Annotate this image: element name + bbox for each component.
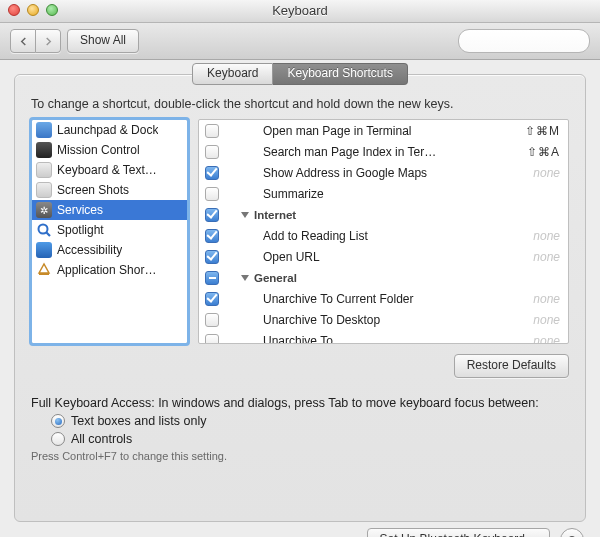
shortcut-group-row[interactable]: General (199, 267, 568, 288)
checkbox[interactable] (205, 292, 219, 306)
shortcut-key[interactable]: ⇧⌘A (516, 145, 560, 159)
category-list[interactable]: Launchpad & Dock Mission Control Keyboar… (31, 119, 188, 344)
accessibility-icon (36, 242, 52, 258)
tab-keyboard[interactable]: Keyboard (192, 63, 273, 85)
toolbar: Show All (0, 23, 600, 60)
category-launchpad[interactable]: Launchpad & Dock (32, 120, 187, 140)
svg-point-2 (39, 225, 48, 234)
category-label: Screen Shots (57, 183, 129, 197)
checkbox[interactable] (205, 208, 219, 222)
shortcut-key[interactable]: none (516, 250, 560, 264)
shortcut-row[interactable]: Search man Page Index in Ter…⇧⌘A (199, 141, 568, 162)
shortcut-group-row[interactable]: Internet (199, 204, 568, 225)
shortcut-row[interactable]: Show Address in Google Mapsnone (199, 162, 568, 183)
services-icon: ✲ (36, 202, 52, 218)
minimize-window-button[interactable] (27, 4, 39, 16)
keyboard-icon (36, 162, 52, 178)
checkbox[interactable] (205, 313, 219, 327)
shortcut-name: Summarize (263, 187, 560, 201)
shortcut-row[interactable]: Unarchive To Desktopnone (199, 309, 568, 330)
shortcut-name: Unarchive To Current Folder (263, 292, 508, 306)
shortcut-row[interactable]: Open URLnone (199, 246, 568, 267)
radio-label: All controls (71, 432, 132, 446)
radio-icon (51, 432, 65, 446)
disclosure-triangle-icon[interactable] (241, 212, 249, 218)
shortcut-name: Search man Page Index in Ter… (263, 145, 508, 159)
svg-line-3 (47, 233, 51, 237)
bluetooth-keyboard-button[interactable]: Set Up Bluetooth Keyboard… (367, 528, 550, 537)
shortcut-key[interactable]: none (516, 229, 560, 243)
radio-label: Text boxes and lists only (71, 414, 207, 428)
search-input[interactable] (469, 34, 600, 48)
close-window-button[interactable] (8, 4, 20, 16)
shortcut-key[interactable]: ⇧⌘M (516, 124, 560, 138)
keyboard-access-hint: Press Control+F7 to change this setting. (31, 450, 569, 462)
tab-bar: Keyboard Keyboard Shortcuts (15, 63, 585, 85)
spotlight-icon (36, 222, 52, 238)
checkbox[interactable] (205, 229, 219, 243)
category-label: Services (57, 203, 103, 217)
titlebar: Keyboard (0, 0, 600, 23)
shortcut-row[interactable]: Add to Reading Listnone (199, 225, 568, 246)
footer: Set Up Bluetooth Keyboard… ? (0, 522, 600, 537)
category-app-shortcuts[interactable]: Application Shor… (32, 260, 187, 280)
category-label: Application Shor… (57, 263, 156, 277)
category-label: Spotlight (57, 223, 104, 237)
launchpad-icon (36, 122, 52, 138)
category-services[interactable]: ✲ Services (32, 200, 187, 220)
shortcut-key[interactable]: none (516, 313, 560, 327)
back-button[interactable] (10, 29, 36, 53)
category-accessibility[interactable]: Accessibility (32, 240, 187, 260)
checkbox[interactable] (205, 124, 219, 138)
forward-button[interactable] (36, 29, 61, 53)
checkbox[interactable] (205, 166, 219, 180)
category-label: Launchpad & Dock (57, 123, 158, 137)
zoom-window-button[interactable] (46, 4, 58, 16)
category-label: Accessibility (57, 243, 122, 257)
shortcut-name: Unarchive To Desktop (263, 313, 508, 327)
checkbox[interactable] (205, 145, 219, 159)
shortcut-list[interactable]: Open man Page in Terminal⇧⌘MSearch man P… (198, 119, 569, 344)
category-label: Mission Control (57, 143, 140, 157)
checkbox[interactable] (205, 187, 219, 201)
category-label: Keyboard & Text… (57, 163, 157, 177)
shortcut-key[interactable]: none (516, 292, 560, 306)
window-controls (8, 4, 58, 16)
shortcut-name: Add to Reading List (263, 229, 508, 243)
mission-control-icon (36, 142, 52, 158)
shortcut-row[interactable]: Unarchive To Current Foldernone (199, 288, 568, 309)
full-keyboard-access-label: Full Keyboard Access: In windows and dia… (31, 396, 569, 410)
shortcut-row[interactable]: Summarize (199, 183, 568, 204)
search-field[interactable] (458, 29, 590, 53)
shortcut-row[interactable]: Open man Page in Terminal⇧⌘M (199, 120, 568, 141)
show-all-button[interactable]: Show All (67, 29, 139, 53)
radio-text-boxes[interactable]: Text boxes and lists only (51, 414, 569, 428)
restore-defaults-button[interactable]: Restore Defaults (454, 354, 569, 378)
shortcut-name: Open man Page in Terminal (263, 124, 508, 138)
radio-all-controls[interactable]: All controls (51, 432, 569, 446)
checkbox[interactable] (205, 250, 219, 264)
nav-segment (10, 29, 61, 53)
instruction-text: To change a shortcut, double-click the s… (31, 97, 569, 111)
disclosure-triangle-icon[interactable] (241, 275, 249, 281)
category-screenshots[interactable]: Screen Shots (32, 180, 187, 200)
help-button[interactable]: ? (560, 528, 584, 537)
category-mission-control[interactable]: Mission Control (32, 140, 187, 160)
app-shortcuts-icon (36, 262, 52, 278)
group-label: Internet (254, 209, 296, 221)
shortcut-name: Unarchive To… (263, 334, 508, 345)
category-spotlight[interactable]: Spotlight (32, 220, 187, 240)
shortcut-key[interactable]: none (516, 334, 560, 345)
shortcut-key[interactable]: none (516, 166, 560, 180)
screenshot-icon (36, 182, 52, 198)
shortcut-row[interactable]: Unarchive To…none (199, 330, 568, 344)
window-title: Keyboard (272, 3, 328, 18)
tab-shortcuts[interactable]: Keyboard Shortcuts (273, 63, 407, 85)
preferences-card: Keyboard Keyboard Shortcuts To change a … (14, 74, 586, 522)
checkbox[interactable] (205, 334, 219, 345)
shortcut-name: Show Address in Google Maps (263, 166, 508, 180)
checkbox[interactable] (205, 271, 219, 285)
svg-rect-4 (39, 273, 49, 275)
category-keyboard-text[interactable]: Keyboard & Text… (32, 160, 187, 180)
group-label: General (254, 272, 297, 284)
